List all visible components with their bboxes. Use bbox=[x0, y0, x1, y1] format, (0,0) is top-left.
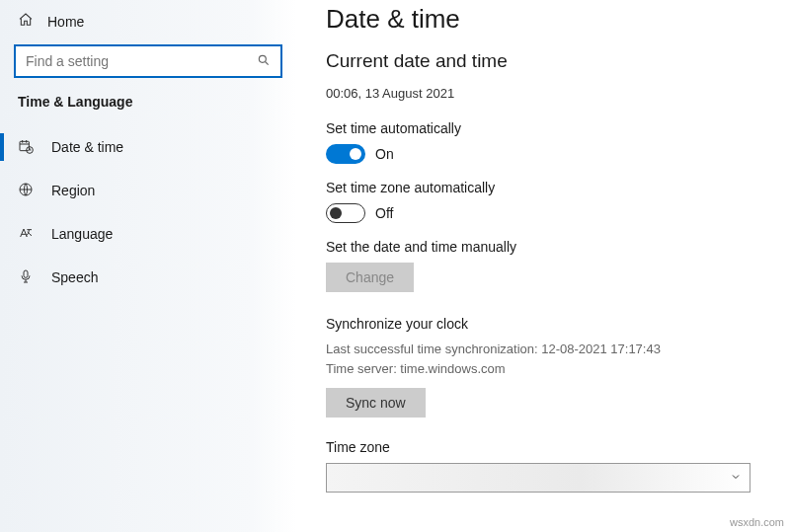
nav-list: Date & time Region Language Speech bbox=[0, 125, 296, 299]
sidebar-item-region[interactable]: Region bbox=[0, 169, 296, 212]
search-field[interactable] bbox=[26, 53, 257, 69]
sidebar-item-label: Language bbox=[51, 226, 113, 242]
search-icon bbox=[257, 53, 271, 70]
sync-info: Last successful time synchronization: 12… bbox=[326, 340, 770, 378]
manual-label: Set the date and time manually bbox=[326, 239, 770, 255]
microphone-icon bbox=[18, 268, 34, 287]
svg-rect-1 bbox=[20, 141, 29, 150]
sync-server: Time server: time.windows.com bbox=[326, 359, 770, 379]
sync-last: Last successful time synchronization: 12… bbox=[326, 340, 770, 359]
search-input[interactable] bbox=[14, 44, 282, 78]
set-time-auto-label: Set time automatically bbox=[326, 120, 770, 136]
main-content: Date & time Current date and time 00:06,… bbox=[296, 0, 790, 532]
globe-icon bbox=[18, 182, 34, 200]
set-zone-auto-label: Set time zone automatically bbox=[326, 180, 770, 195]
sync-now-button[interactable]: Sync now bbox=[326, 388, 426, 418]
watermark: wsxdn.com bbox=[730, 516, 784, 528]
sidebar-item-language[interactable]: Language bbox=[0, 212, 296, 256]
set-time-auto-state: On bbox=[375, 146, 394, 162]
timezone-select[interactable] bbox=[326, 463, 750, 493]
sidebar: Home Time & Language Date & time Region bbox=[0, 0, 296, 532]
sidebar-item-speech[interactable]: Speech bbox=[0, 256, 296, 299]
sidebar-item-label: Speech bbox=[51, 269, 98, 285]
svg-point-0 bbox=[259, 55, 266, 62]
calendar-clock-icon bbox=[18, 138, 34, 157]
current-datetime: 00:06, 13 August 2021 bbox=[326, 86, 770, 101]
home-nav[interactable]: Home bbox=[0, 6, 296, 44]
home-label: Home bbox=[47, 14, 84, 30]
set-zone-auto-state: Off bbox=[375, 205, 393, 221]
timezone-label: Time zone bbox=[326, 439, 770, 455]
set-zone-auto-toggle[interactable] bbox=[326, 203, 365, 223]
change-button[interactable]: Change bbox=[326, 263, 414, 292]
set-time-auto-toggle[interactable] bbox=[326, 144, 365, 164]
section-title: Current date and time bbox=[326, 50, 770, 72]
category-title: Time & Language bbox=[0, 92, 296, 125]
sidebar-item-date-time[interactable]: Date & time bbox=[0, 125, 296, 169]
sidebar-item-label: Region bbox=[51, 183, 95, 198]
svg-rect-4 bbox=[24, 270, 28, 277]
sidebar-item-label: Date & time bbox=[51, 139, 123, 155]
page-title: Date & time bbox=[326, 4, 770, 35]
language-icon bbox=[18, 225, 34, 244]
home-icon bbox=[18, 12, 34, 31]
sync-title: Synchronize your clock bbox=[326, 316, 770, 332]
chevron-down-icon bbox=[730, 470, 742, 486]
